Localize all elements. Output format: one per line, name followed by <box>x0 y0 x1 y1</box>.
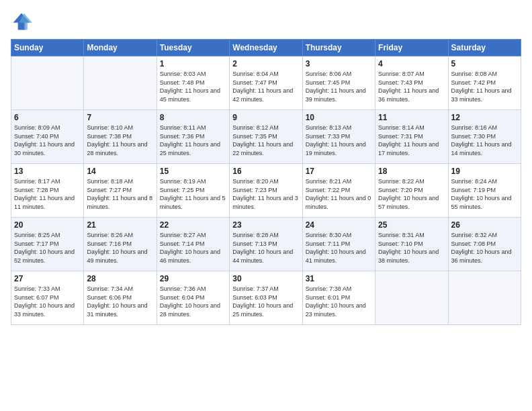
day-info: Sunrise: 8:09 AM Sunset: 7:40 PM Dayligh… <box>14 124 81 157</box>
day-info: Sunrise: 8:31 AM Sunset: 7:10 PM Dayligh… <box>378 231 445 265</box>
day-info: Sunrise: 8:18 AM Sunset: 7:27 PM Dayligh… <box>87 177 153 211</box>
calendar-cell: 17Sunrise: 8:21 AM Sunset: 7:22 PM Dayli… <box>302 164 375 218</box>
day-number: 17 <box>306 167 372 176</box>
day-info: Sunrise: 8:10 AM Sunset: 7:38 PM Dayligh… <box>87 124 153 157</box>
week-row-5: 27Sunrise: 7:33 AM Sunset: 6:07 PM Dayli… <box>11 271 521 325</box>
weekday-header-thursday: Thursday <box>302 40 375 56</box>
calendar-cell: 18Sunrise: 8:22 AM Sunset: 7:20 PM Dayli… <box>375 164 448 218</box>
day-number: 13 <box>14 167 81 176</box>
day-number: 29 <box>160 274 226 283</box>
day-number: 11 <box>378 113 445 122</box>
day-number: 18 <box>378 167 445 176</box>
day-number: 7 <box>87 113 153 122</box>
calendar-cell: 22Sunrise: 8:27 AM Sunset: 7:14 PM Dayli… <box>157 218 229 271</box>
day-info: Sunrise: 8:25 AM Sunset: 7:17 PM Dayligh… <box>14 231 81 265</box>
calendar-cell: 15Sunrise: 8:19 AM Sunset: 7:25 PM Dayli… <box>157 164 229 218</box>
calendar-cell: 4Sunrise: 8:07 AM Sunset: 7:43 PM Daylig… <box>375 56 448 110</box>
day-info: Sunrise: 8:16 AM Sunset: 7:30 PM Dayligh… <box>451 124 518 157</box>
day-number: 14 <box>87 167 153 176</box>
day-number: 25 <box>378 220 445 230</box>
calendar-cell: 31Sunrise: 7:38 AM Sunset: 6:01 PM Dayli… <box>302 271 375 325</box>
calendar-table: SundayMondayTuesdayWednesdayThursdayFrid… <box>11 39 521 325</box>
week-row-3: 13Sunrise: 8:17 AM Sunset: 7:28 PM Dayli… <box>11 164 521 218</box>
calendar-cell: 21Sunrise: 8:26 AM Sunset: 7:16 PM Dayli… <box>84 218 157 271</box>
day-info: Sunrise: 8:11 AM Sunset: 7:36 PM Dayligh… <box>160 124 226 157</box>
day-info: Sunrise: 8:28 AM Sunset: 7:13 PM Dayligh… <box>232 231 299 265</box>
calendar-cell: 28Sunrise: 7:34 AM Sunset: 6:06 PM Dayli… <box>84 271 157 325</box>
day-number: 5 <box>451 59 518 68</box>
day-info: Sunrise: 8:22 AM Sunset: 7:20 PM Dayligh… <box>378 177 445 211</box>
day-number: 12 <box>451 113 518 122</box>
calendar-cell: 6Sunrise: 8:09 AM Sunset: 7:40 PM Daylig… <box>11 110 84 164</box>
calendar-cell: 2Sunrise: 8:04 AM Sunset: 7:47 PM Daylig… <box>230 56 302 110</box>
day-info: Sunrise: 8:13 AM Sunset: 7:33 PM Dayligh… <box>306 124 372 157</box>
day-info: Sunrise: 8:32 AM Sunset: 7:08 PM Dayligh… <box>451 231 518 265</box>
calendar-cell: 7Sunrise: 8:10 AM Sunset: 7:38 PM Daylig… <box>84 110 157 164</box>
calendar-cell: 23Sunrise: 8:28 AM Sunset: 7:13 PM Dayli… <box>230 218 302 271</box>
calendar-cell: 10Sunrise: 8:13 AM Sunset: 7:33 PM Dayli… <box>302 110 375 164</box>
calendar-cell: 1Sunrise: 8:03 AM Sunset: 7:48 PM Daylig… <box>157 56 229 110</box>
calendar-cell: 11Sunrise: 8:14 AM Sunset: 7:31 PM Dayli… <box>375 110 448 164</box>
day-number: 8 <box>160 113 226 122</box>
calendar-cell: 12Sunrise: 8:16 AM Sunset: 7:30 PM Dayli… <box>448 110 521 164</box>
day-number: 15 <box>160 167 226 176</box>
day-number: 1 <box>160 59 226 68</box>
day-info: Sunrise: 8:26 AM Sunset: 7:16 PM Dayligh… <box>87 231 153 265</box>
day-number: 27 <box>14 274 81 283</box>
day-info: Sunrise: 7:33 AM Sunset: 6:07 PM Dayligh… <box>14 285 81 318</box>
day-number: 16 <box>232 167 299 176</box>
calendar-cell: 8Sunrise: 8:11 AM Sunset: 7:36 PM Daylig… <box>157 110 229 164</box>
day-number: 10 <box>306 113 372 122</box>
day-info: Sunrise: 8:14 AM Sunset: 7:31 PM Dayligh… <box>378 124 445 157</box>
page: SundayMondayTuesdayWednesdayThursdayFrid… <box>0 0 532 336</box>
day-info: Sunrise: 8:20 AM Sunset: 7:23 PM Dayligh… <box>232 177 299 211</box>
day-info: Sunrise: 8:08 AM Sunset: 7:42 PM Dayligh… <box>451 70 518 103</box>
day-number: 2 <box>232 59 299 68</box>
weekday-header-saturday: Saturday <box>448 40 521 56</box>
day-number: 21 <box>87 220 153 230</box>
day-info: Sunrise: 8:06 AM Sunset: 7:45 PM Dayligh… <box>306 70 372 103</box>
calendar-cell: 19Sunrise: 8:24 AM Sunset: 7:19 PM Dayli… <box>448 164 521 218</box>
weekday-header-sunday: Sunday <box>11 40 84 56</box>
week-row-2: 6Sunrise: 8:09 AM Sunset: 7:40 PM Daylig… <box>11 110 521 164</box>
calendar-cell <box>84 56 157 110</box>
calendar-cell: 13Sunrise: 8:17 AM Sunset: 7:28 PM Dayli… <box>11 164 84 218</box>
calendar-cell: 3Sunrise: 8:06 AM Sunset: 7:45 PM Daylig… <box>302 56 375 110</box>
weekday-header-row: SundayMondayTuesdayWednesdayThursdayFrid… <box>11 40 521 56</box>
calendar-cell: 14Sunrise: 8:18 AM Sunset: 7:27 PM Dayli… <box>84 164 157 218</box>
calendar-cell: 25Sunrise: 8:31 AM Sunset: 7:10 PM Dayli… <box>375 218 448 271</box>
calendar-cell: 5Sunrise: 8:08 AM Sunset: 7:42 PM Daylig… <box>448 56 521 110</box>
day-number: 31 <box>306 274 372 283</box>
calendar-cell <box>375 271 448 325</box>
day-number: 3 <box>306 59 372 68</box>
day-info: Sunrise: 8:21 AM Sunset: 7:22 PM Dayligh… <box>306 177 372 211</box>
day-number: 6 <box>14 113 81 122</box>
logo <box>11 11 35 32</box>
day-info: Sunrise: 8:19 AM Sunset: 7:25 PM Dayligh… <box>160 177 226 211</box>
calendar-cell: 20Sunrise: 8:25 AM Sunset: 7:17 PM Dayli… <box>11 218 84 271</box>
day-info: Sunrise: 8:17 AM Sunset: 7:28 PM Dayligh… <box>14 177 81 211</box>
calendar-cell: 30Sunrise: 7:37 AM Sunset: 6:03 PM Dayli… <box>230 271 302 325</box>
day-number: 24 <box>306 220 372 230</box>
calendar-cell: 9Sunrise: 8:12 AM Sunset: 7:35 PM Daylig… <box>230 110 302 164</box>
logo-icon <box>11 11 32 32</box>
weekday-header-friday: Friday <box>375 40 448 56</box>
day-info: Sunrise: 8:07 AM Sunset: 7:43 PM Dayligh… <box>378 70 445 103</box>
week-row-4: 20Sunrise: 8:25 AM Sunset: 7:17 PM Dayli… <box>11 218 521 271</box>
day-number: 28 <box>87 274 153 283</box>
day-number: 4 <box>378 59 445 68</box>
calendar-cell: 27Sunrise: 7:33 AM Sunset: 6:07 PM Dayli… <box>11 271 84 325</box>
calendar-cell <box>448 271 521 325</box>
day-info: Sunrise: 8:12 AM Sunset: 7:35 PM Dayligh… <box>232 124 299 157</box>
weekday-header-wednesday: Wednesday <box>230 40 302 56</box>
day-info: Sunrise: 7:36 AM Sunset: 6:04 PM Dayligh… <box>160 285 226 318</box>
header <box>11 11 521 32</box>
day-info: Sunrise: 7:37 AM Sunset: 6:03 PM Dayligh… <box>232 285 299 318</box>
day-info: Sunrise: 8:27 AM Sunset: 7:14 PM Dayligh… <box>160 231 226 265</box>
weekday-header-monday: Monday <box>84 40 157 56</box>
day-info: Sunrise: 8:30 AM Sunset: 7:11 PM Dayligh… <box>306 231 372 265</box>
day-number: 20 <box>14 220 81 230</box>
day-info: Sunrise: 8:03 AM Sunset: 7:48 PM Dayligh… <box>160 70 226 103</box>
day-number: 30 <box>232 274 299 283</box>
calendar-cell: 24Sunrise: 8:30 AM Sunset: 7:11 PM Dayli… <box>302 218 375 271</box>
